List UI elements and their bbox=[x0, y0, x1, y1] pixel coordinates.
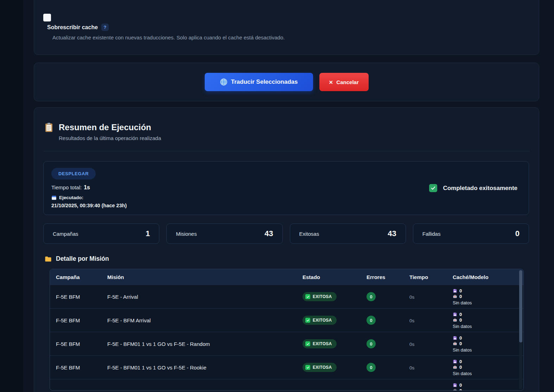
completed-label: Completado exitosamente bbox=[443, 185, 517, 192]
overwrite-cache-checkbox[interactable] bbox=[43, 14, 51, 21]
model-count: 0 bbox=[459, 317, 462, 323]
x-icon: × bbox=[329, 79, 333, 86]
check-icon bbox=[305, 294, 310, 299]
check-icon bbox=[305, 318, 310, 323]
cache-note: Sin datos bbox=[453, 347, 523, 353]
status-badge-label: EXITOSA bbox=[313, 294, 332, 299]
status-badge-label: EXITOSA bbox=[313, 341, 332, 346]
status-badge: EXITOSA bbox=[303, 292, 337, 301]
model-count: 0 bbox=[459, 294, 462, 299]
floppy-icon bbox=[453, 289, 457, 293]
scrollbar-thumb[interactable] bbox=[519, 270, 522, 342]
cache-count: 0 bbox=[459, 359, 462, 365]
stat-value: 1 bbox=[146, 229, 150, 238]
detail-by-mission-title: Detalle por Misión bbox=[56, 255, 109, 263]
stat-value: 0 bbox=[515, 229, 520, 238]
row-mission: F-5E - BFM01 1 vs 1 GO vs F-5E - Rookie bbox=[101, 365, 297, 371]
cancel-button[interactable]: × Cancelar bbox=[319, 73, 369, 91]
cache-option-card: Sobrescribir cache ? Actualizar cache ex… bbox=[34, 0, 539, 55]
column-header-campaign: Campaña bbox=[50, 274, 101, 280]
globe-icon bbox=[220, 78, 228, 86]
stat-label: Exitosas bbox=[299, 231, 319, 237]
cache-count: 0 bbox=[459, 382, 462, 388]
stat-value: 43 bbox=[388, 229, 396, 238]
row-cache-model: 0 0 Sin datos bbox=[447, 359, 523, 376]
left-edge-strip bbox=[0, 0, 24, 392]
errors-badge: 0 bbox=[367, 363, 376, 372]
translate-button-label: Traducir Seleccionadas bbox=[231, 78, 298, 86]
stat-value: 43 bbox=[265, 229, 273, 238]
row-campaign: F-5E BFM bbox=[50, 317, 101, 323]
status-badge: EXITOSA bbox=[303, 363, 337, 372]
overwrite-cache-label: Sobrescribir cache bbox=[47, 24, 98, 31]
total-time-label: Tiempo total: bbox=[51, 184, 82, 190]
total-time-value: 1s bbox=[84, 184, 90, 190]
row-campaign: F-5E BFM bbox=[50, 341, 101, 347]
cache-note: Sin datos bbox=[453, 300, 523, 305]
stat-label: Campañas bbox=[53, 231, 78, 237]
floppy-icon bbox=[453, 359, 457, 364]
column-header-status: Estado bbox=[297, 274, 361, 280]
robot-icon bbox=[453, 388, 457, 391]
column-header-errors: Errores bbox=[361, 274, 403, 280]
table-row: F-5E BFM F-5E - BFM01 1 vs 1 GO vs F-5E … bbox=[50, 355, 523, 379]
stat-missions: Misiones 43 bbox=[166, 223, 282, 244]
robot-icon bbox=[453, 294, 457, 299]
row-cache-model: 0 0 Sin datos bbox=[447, 335, 523, 353]
check-icon bbox=[429, 184, 437, 192]
executed-label: Ejecutado: bbox=[59, 195, 83, 200]
robot-icon bbox=[453, 365, 457, 369]
actions-card: Traducir Seleccionadas × Cancelar bbox=[34, 63, 539, 101]
stat-successful: Exitosas 43 bbox=[290, 223, 406, 244]
model-count: 0 bbox=[459, 388, 462, 391]
cache-count: 0 bbox=[459, 288, 462, 294]
table-header: Campaña Misión Estado Errores Tiempo Cac… bbox=[50, 269, 523, 285]
row-mission: F-5E - Arrival bbox=[101, 294, 297, 300]
errors-badge: 0 bbox=[367, 292, 376, 301]
cache-note: Sin datos bbox=[453, 324, 523, 329]
check-icon bbox=[305, 365, 310, 370]
summary-subtitle: Resultados de la última operación realiz… bbox=[59, 135, 161, 141]
row-cache-model: 0 0 Sin datos bbox=[447, 312, 523, 329]
stat-failed: Fallidas 0 bbox=[413, 223, 529, 244]
overwrite-cache-description: Actualizar cache existente con nuevas tr… bbox=[52, 34, 529, 40]
table-body: F-5E BFM F-5E - Arrival EXITOSA 0 0s bbox=[50, 285, 523, 391]
row-cache-model: 0 0 Sin datos bbox=[447, 288, 523, 305]
row-time: 0s bbox=[409, 365, 414, 371]
translate-selected-button[interactable]: Traducir Seleccionadas bbox=[205, 73, 313, 91]
row-time: 0s bbox=[409, 342, 414, 347]
column-header-mission: Misión bbox=[101, 274, 297, 280]
executed-timestamp: 21/10/2025, 00:39:40 (hace 23h) bbox=[51, 203, 127, 208]
model-count: 0 bbox=[459, 341, 462, 347]
header-divider bbox=[43, 151, 530, 151]
status-badge-label: EXITOSA bbox=[313, 365, 332, 370]
table-row: F-5E BFM F-5E - BFM Arrival EXITOSA 0 0s bbox=[50, 308, 523, 332]
cache-count: 0 bbox=[459, 312, 462, 317]
row-mission: F-5E - BFM01 1 vs 1 GO vs F-5E - Random bbox=[101, 341, 297, 347]
model-count: 0 bbox=[459, 365, 462, 370]
status-badge: EXITOSA bbox=[303, 339, 337, 348]
row-campaign: F-5E BFM bbox=[50, 294, 101, 300]
table-row: F-5E BFM F-5E - BFM01 1 vs 1 GO vs F-5E … bbox=[50, 332, 523, 355]
floppy-icon bbox=[453, 336, 457, 340]
column-header-cache-model: Caché/Modelo bbox=[447, 274, 523, 280]
cache-count: 0 bbox=[459, 335, 462, 341]
help-icon[interactable]: ? bbox=[101, 24, 109, 31]
floppy-icon bbox=[453, 383, 457, 387]
table-scrollbar[interactable] bbox=[519, 270, 522, 389]
cache-note: Sin datos bbox=[453, 371, 523, 376]
table-row: 0 0 Sin datos bbox=[50, 379, 523, 391]
errors-badge: 0 bbox=[367, 316, 376, 325]
clipboard-icon bbox=[45, 122, 53, 132]
status-badge: EXITOSA bbox=[303, 316, 337, 325]
calendar-icon bbox=[51, 195, 57, 200]
row-time: 0s bbox=[409, 318, 414, 323]
stats-row: Campañas 1 Misiones 43 Exitosas 43 Falli… bbox=[43, 223, 529, 244]
mission-detail-table: Campaña Misión Estado Errores Tiempo Cac… bbox=[50, 269, 524, 391]
robot-icon bbox=[453, 318, 457, 322]
row-cache-model: 0 0 Sin datos bbox=[447, 382, 523, 391]
status-badge-label: EXITOSA bbox=[313, 318, 332, 323]
folder-icon bbox=[45, 256, 52, 262]
deploy-badge: DESPLEGAR bbox=[51, 168, 96, 179]
robot-icon bbox=[453, 341, 457, 346]
